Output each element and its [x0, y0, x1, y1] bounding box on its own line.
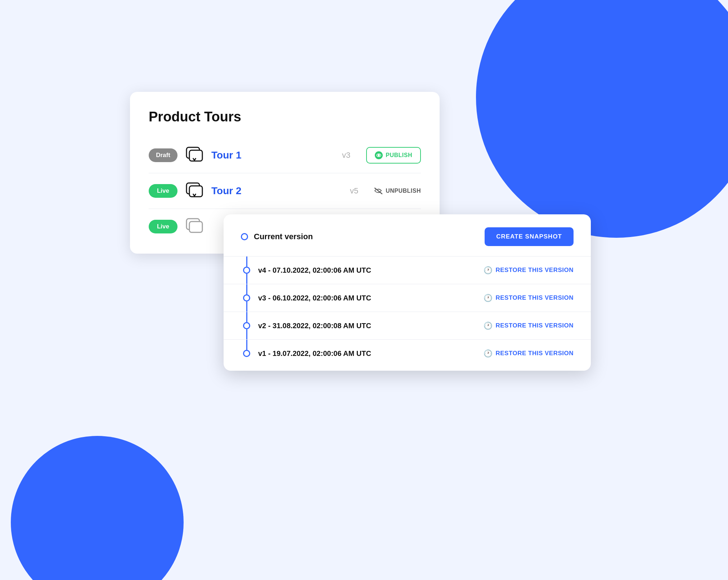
timeline-dot: [241, 233, 248, 240]
timeline-dot: [243, 350, 250, 357]
publish-label: PUBLISH: [386, 152, 412, 159]
snapshot-item: v3 - 06.10.2022, 02:00:06 AM UTC 🕐 RESTO…: [224, 284, 591, 312]
restore-icon: 🕐: [484, 349, 493, 358]
svg-rect-5: [189, 186, 202, 197]
scene: Product Tours Draft Tour 1 v3: [130, 92, 598, 488]
snap-content: v4 - 07.10.2022, 02:00:06 AM UTC 🕐 RESTO…: [258, 256, 574, 284]
timeline-container: [241, 284, 252, 312]
snapshot-header: Current version CREATE SNAPSHOT: [224, 214, 591, 256]
tour-name: Tour 1: [211, 150, 335, 161]
snapshot-item: v2 - 31.08.2022, 02:00:08 AM UTC 🕐 RESTO…: [224, 312, 591, 340]
version-label: v3 - 06.10.2022, 02:00:06 AM UTC: [258, 294, 371, 302]
timeline-line-top: [246, 256, 247, 267]
snapshot-item: v4 - 07.10.2022, 02:00:06 AM UTC 🕐 RESTO…: [224, 256, 591, 284]
snapshot-card: Current version CREATE SNAPSHOT v4 - 07.…: [224, 214, 591, 371]
current-version-section: Current version: [241, 232, 313, 241]
tour-item: Draft Tour 1 v3 PUBLISH: [149, 138, 421, 173]
current-version-label: Current version: [254, 232, 313, 241]
timeline-container: [241, 312, 252, 339]
tour-icon: [185, 181, 204, 201]
tour-item: Live Tour 2 v5 UNPUBLISH: [149, 173, 421, 209]
tour-name: Tour 2: [211, 185, 343, 197]
snapshot-list: v4 - 07.10.2022, 02:00:06 AM UTC 🕐 RESTO…: [224, 256, 591, 371]
tour-version: v3: [342, 151, 350, 160]
svg-rect-7: [189, 222, 202, 232]
create-snapshot-button[interactable]: CREATE SNAPSHOT: [485, 227, 574, 246]
restore-button[interactable]: 🕐 RESTORE THIS VERSION: [484, 266, 574, 275]
timeline-line-top: [246, 340, 247, 350]
timeline-dot: [243, 322, 250, 329]
snap-content: v2 - 31.08.2022, 02:00:08 AM UTC 🕐 RESTO…: [258, 312, 574, 339]
restore-button[interactable]: 🕐 RESTORE THIS VERSION: [484, 321, 574, 330]
restore-button[interactable]: 🕐 RESTORE THIS VERSION: [484, 294, 574, 302]
timeline-container: [241, 340, 252, 367]
restore-label: RESTORE THIS VERSION: [495, 267, 574, 274]
restore-button[interactable]: 🕐 RESTORE THIS VERSION: [484, 349, 574, 358]
unpublish-button[interactable]: UNPUBLISH: [374, 187, 421, 195]
eye-icon: [375, 151, 383, 159]
snap-content: v1 - 19.07.2022, 02:00:06 AM UTC 🕐 RESTO…: [258, 340, 574, 367]
tour-version: v5: [350, 186, 358, 196]
restore-label: RESTORE THIS VERSION: [495, 322, 574, 329]
timeline-line-bottom: [246, 329, 247, 339]
status-badge-live: Live: [149, 184, 177, 198]
version-label: v4 - 07.10.2022, 02:00:06 AM UTC: [258, 266, 371, 275]
page-title: Product Tours: [149, 109, 421, 125]
version-label: v2 - 31.08.2022, 02:00:08 AM UTC: [258, 322, 371, 330]
timeline-line-top: [246, 284, 247, 294]
timeline-line-top: [246, 312, 247, 322]
snap-content: v3 - 06.10.2022, 02:00:06 AM UTC 🕐 RESTO…: [258, 284, 574, 312]
timeline-line-bottom: [246, 274, 247, 284]
svg-rect-1: [189, 150, 202, 161]
timeline-container: [241, 256, 252, 284]
restore-label: RESTORE THIS VERSION: [495, 294, 574, 302]
tour-icon: [185, 217, 204, 236]
tour-icon: [185, 146, 204, 165]
snapshot-item: v1 - 19.07.2022, 02:00:06 AM UTC 🕐 RESTO…: [224, 340, 591, 367]
timeline-line-bottom: [246, 302, 247, 312]
unpublish-label: UNPUBLISH: [386, 188, 421, 194]
restore-icon: 🕐: [484, 294, 493, 302]
restore-icon: 🕐: [484, 321, 493, 330]
restore-icon: 🕐: [484, 266, 493, 275]
timeline-dot: [243, 267, 250, 274]
timeline-dot: [243, 294, 250, 302]
version-label: v1 - 19.07.2022, 02:00:06 AM UTC: [258, 349, 371, 358]
svg-point-2: [378, 154, 380, 156]
restore-label: RESTORE THIS VERSION: [495, 350, 574, 357]
timeline-line-bottom: [246, 357, 247, 367]
publish-button[interactable]: PUBLISH: [366, 147, 421, 164]
status-badge-live: Live: [149, 220, 177, 233]
status-badge-draft: Draft: [149, 148, 177, 162]
